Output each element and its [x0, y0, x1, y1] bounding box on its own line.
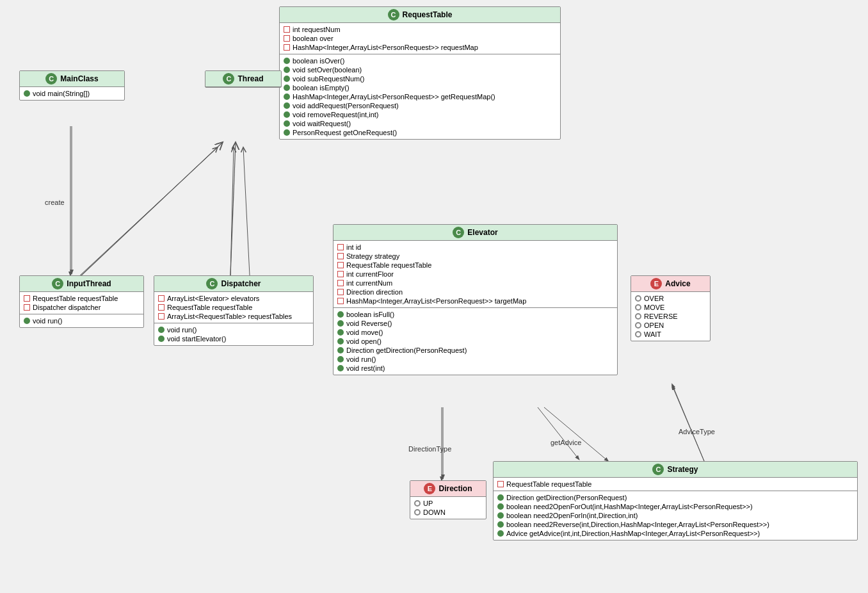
method-row: void startElevator(): [158, 334, 309, 343]
direction-header: E Direction: [410, 481, 486, 497]
class-direction: E Direction UP DOWN: [410, 480, 486, 519]
svg-line-2: [230, 147, 234, 275]
create-label: create: [45, 199, 65, 206]
class-advice: E Advice OVER MOVE REVERSE OPEN WAIT: [631, 275, 711, 341]
field-icon: [337, 253, 344, 259]
method-row: void Reverse(): [337, 319, 613, 328]
method-icon: [497, 494, 504, 501]
input-thread-badge: C: [52, 278, 63, 289]
class-thread: C Thread: [205, 70, 282, 88]
method-icon: [497, 503, 504, 510]
method-row: boolean isFull(): [337, 310, 613, 319]
method-icon: [337, 338, 344, 345]
method-row: boolean isEmpty(): [284, 83, 556, 92]
svg-line-9: [230, 142, 236, 275]
field-row: HashMap<Integer,ArrayList<PersonRequest>…: [284, 43, 556, 52]
method-icon: [284, 111, 290, 118]
thread-header: C Thread: [205, 71, 281, 87]
advice-type-label: AdviceType: [679, 428, 715, 435]
advice-name: Advice: [665, 279, 690, 288]
field-icon: [24, 304, 30, 311]
direction-name: Direction: [438, 484, 472, 493]
field-row: RequestTable requestTable: [497, 480, 853, 489]
field-row: Dispatcher dispatcher: [24, 303, 140, 312]
field-icon: [284, 35, 290, 42]
main-class-badge: C: [45, 73, 57, 85]
method-row: void rest(int): [337, 364, 613, 373]
method-icon: [284, 85, 290, 91]
request-table-fields: int requestNum boolean over HashMap<Inte…: [280, 23, 560, 54]
svg-line-12: [672, 386, 704, 461]
elevator-badge: C: [453, 227, 464, 238]
method-row: PersonRequest getOneRequest(): [284, 128, 556, 137]
request-table-methods: boolean isOver() void setOver(boolean) v…: [280, 54, 560, 139]
method-row: void subRequestNum(): [284, 74, 556, 83]
dispatcher-name: Dispatcher: [221, 279, 261, 288]
svg-line-6: [672, 384, 704, 461]
field-row: HashMap<Integer,ArrayList<PersonRequest>…: [337, 296, 613, 305]
advice-values: OVER MOVE REVERSE OPEN WAIT: [631, 292, 710, 341]
field-icon: [284, 26, 290, 33]
svg-line-1: [80, 147, 218, 275]
method-icon: [158, 336, 165, 342]
strategy-badge: C: [652, 464, 664, 475]
input-thread-header: C InputThread: [20, 276, 143, 292]
method-icon: [284, 93, 290, 100]
dispatcher-methods: void run() void startElevator(): [154, 323, 313, 345]
enum-value-icon: [635, 331, 641, 337]
thread-badge: C: [223, 73, 234, 85]
method-row: void addRequest(PersonRequest): [284, 101, 556, 110]
method-icon: [497, 512, 504, 519]
strategy-methods: Direction getDirection(PersonRequest) bo…: [494, 491, 857, 540]
method-icon: [24, 318, 30, 324]
method-row: void open(): [337, 337, 613, 346]
method-icon: [497, 521, 504, 528]
elevator-fields: int id Strategy strategy RequestTable re…: [334, 241, 617, 308]
field-icon: [337, 280, 344, 286]
method-icon: [284, 58, 290, 64]
field-row: RequestTable requestTable: [24, 294, 140, 303]
enum-value-row: DOWN: [414, 508, 482, 517]
method-row: void run(): [158, 325, 309, 334]
method-row: void setOver(boolean): [284, 65, 556, 74]
field-icon: [158, 304, 165, 311]
field-icon: [337, 271, 344, 277]
input-thread-methods: void run(): [20, 314, 143, 327]
field-row: int id: [337, 243, 613, 252]
enum-value-icon: [414, 500, 421, 507]
method-icon: [284, 102, 290, 109]
field-row: RequestTable requestTable: [337, 261, 613, 270]
advice-header: E Advice: [631, 276, 710, 292]
main-class-name: MainClass: [60, 74, 98, 83]
field-icon: [337, 262, 344, 268]
direction-badge: E: [424, 483, 435, 494]
enum-value-row: MOVE: [635, 303, 706, 312]
elevator-name: Elevator: [467, 228, 497, 237]
field-icon: [158, 295, 165, 302]
svg-line-11: [538, 407, 579, 460]
enum-value-row: OPEN: [635, 321, 706, 330]
method-icon: [24, 90, 30, 97]
thread-name: Thread: [237, 74, 263, 83]
strategy-header: C Strategy: [494, 462, 857, 478]
method-row: void run(): [24, 316, 140, 325]
enum-value-row: OVER: [635, 294, 706, 303]
method-row: boolean need2OpenForOut(int,HashMap<Inte…: [497, 502, 853, 511]
method-row: void removeRequest(int,int): [284, 110, 556, 119]
method-icon: [284, 129, 290, 136]
method-icon: [337, 347, 344, 353]
field-icon: [337, 244, 344, 250]
strategy-fields: RequestTable requestTable: [494, 478, 857, 491]
class-elevator: C Elevator int id Strategy strategy Requ…: [333, 224, 618, 375]
method-row: Direction getDirection(PersonRequest): [497, 493, 853, 502]
request-table-header: C RequestTable: [280, 7, 560, 23]
method-icon: [337, 311, 344, 318]
field-icon: [284, 44, 290, 51]
field-icon: [497, 481, 504, 487]
diagram-container: create DirectionType getAdvice AdviceTyp…: [0, 0, 868, 593]
class-request-table: C RequestTable int requestNum boolean ov…: [279, 6, 561, 140]
field-row: ArrayList<Elevator> elevators: [158, 294, 309, 303]
dispatcher-header: C Dispatcher: [154, 276, 313, 292]
enum-value-row: REVERSE: [635, 312, 706, 321]
field-row: int requestNum: [284, 25, 556, 34]
